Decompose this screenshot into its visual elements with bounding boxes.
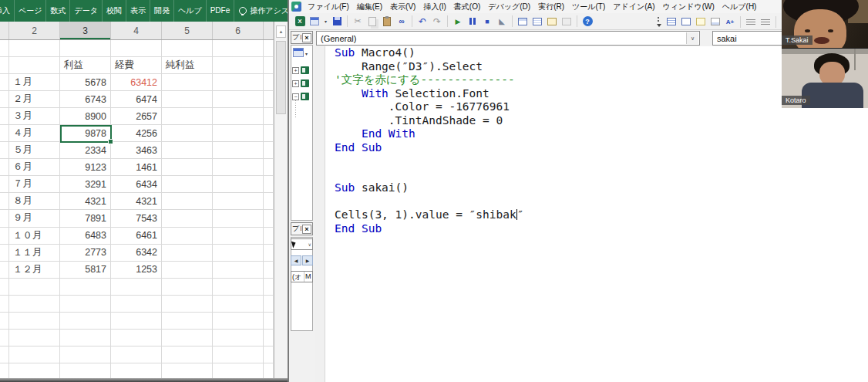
design-mode-icon[interactable]: ◣: [496, 15, 508, 28]
cell[interactable]: [162, 262, 213, 279]
ribbon-tab[interactable]: PDFe: [207, 0, 235, 22]
cell[interactable]: [9, 330, 60, 347]
cell[interactable]: 4321: [111, 193, 162, 210]
cell[interactable]: [162, 91, 213, 108]
cell[interactable]: 7891: [60, 210, 111, 227]
ribbon-tab[interactable]: 校閲: [103, 0, 126, 22]
cell[interactable]: [9, 279, 60, 296]
cell[interactable]: 6743: [60, 91, 111, 108]
cell[interactable]: [0, 296, 9, 313]
properties-object-dropdown[interactable]: ∨: [291, 238, 313, 250]
cell[interactable]: [213, 57, 264, 74]
code-line[interactable]: Sub sakai(): [325, 181, 868, 195]
cell[interactable]: [60, 330, 111, 347]
cell[interactable]: ４月: [9, 125, 60, 142]
outdent-icon[interactable]: [761, 18, 770, 25]
cell[interactable]: 6461: [111, 228, 162, 245]
cell[interactable]: [264, 74, 274, 91]
insert-dropdown-icon[interactable]: ▾: [323, 15, 328, 28]
code-margin-bar[interactable]: [315, 46, 325, 382]
cell[interactable]: [213, 228, 264, 245]
reset-icon[interactable]: ■: [481, 15, 493, 28]
scroll-right-icon[interactable]: ▶: [302, 255, 313, 265]
complete-word-icon[interactable]: A+: [724, 15, 736, 28]
cell[interactable]: [264, 125, 274, 142]
cell[interactable]: 6434: [111, 176, 162, 193]
cell[interactable]: [264, 40, 274, 57]
cell[interactable]: [162, 40, 213, 57]
ribbon-tab[interactable]: 表示: [126, 0, 150, 22]
cell[interactable]: [111, 313, 162, 330]
close-icon[interactable]: ×: [302, 33, 311, 42]
cell[interactable]: [0, 142, 9, 159]
cell[interactable]: [0, 159, 9, 176]
cell[interactable]: [0, 262, 9, 279]
scroll-left-icon[interactable]: ◀: [291, 255, 301, 265]
cell[interactable]: [264, 108, 274, 125]
cell[interactable]: [264, 193, 274, 210]
tree-node[interactable]: +: [292, 79, 309, 87]
cell[interactable]: ５月: [9, 142, 60, 159]
cell[interactable]: ６月: [9, 159, 60, 176]
cell[interactable]: [213, 91, 264, 108]
ribbon-tab[interactable]: 開発: [150, 0, 174, 22]
cell[interactable]: [0, 74, 9, 91]
cell[interactable]: [213, 347, 264, 363]
cell[interactable]: [162, 125, 213, 142]
cell[interactable]: [213, 262, 264, 279]
cell[interactable]: [213, 296, 264, 313]
cell[interactable]: [213, 245, 264, 262]
code-line[interactable]: End With: [325, 127, 868, 141]
webcam-video-kotaro[interactable]: Kotaro: [782, 48, 868, 108]
menu-item[interactable]: デバッグ(D): [484, 2, 534, 12]
menu-item[interactable]: ヘルプ(H): [718, 2, 761, 12]
code-line[interactable]: .TintAndShade = 0: [325, 114, 868, 128]
column-header[interactable]: 4: [111, 22, 162, 39]
cell[interactable]: [264, 176, 274, 193]
tree-node[interactable]: +: [292, 66, 309, 74]
menu-item[interactable]: 書式(O): [450, 2, 484, 12]
cell[interactable]: [162, 176, 213, 193]
cell[interactable]: [111, 40, 162, 57]
cell[interactable]: 63412: [111, 74, 162, 91]
selected-cell-outline[interactable]: [60, 125, 112, 143]
cell[interactable]: 7543: [111, 210, 162, 227]
cell[interactable]: [162, 193, 213, 210]
scrollbar-thumb[interactable]: [276, 41, 286, 114]
cell[interactable]: [213, 159, 264, 176]
project-toolbar-caret-icon[interactable]: ▾: [305, 51, 308, 56]
toolbox-icon[interactable]: [562, 18, 571, 25]
cell[interactable]: 8900: [60, 108, 111, 125]
cell[interactable]: ２月: [9, 91, 60, 108]
cell[interactable]: [213, 125, 264, 142]
code-line[interactable]: End Sub: [325, 141, 868, 155]
cell[interactable]: [0, 210, 9, 227]
cell[interactable]: [264, 347, 274, 363]
ribbon-tab[interactable]: ページ: [15, 0, 46, 22]
cell[interactable]: ８月: [9, 193, 60, 210]
column-header[interactable]: 5: [162, 22, 213, 39]
code-line[interactable]: [325, 154, 868, 168]
cell[interactable]: [60, 347, 111, 363]
cell[interactable]: [0, 57, 9, 74]
cell[interactable]: 6483: [60, 228, 111, 245]
cell[interactable]: [0, 108, 9, 125]
cell[interactable]: ３月: [9, 108, 60, 125]
break-icon[interactable]: [469, 18, 476, 25]
cell[interactable]: ７月: [9, 176, 60, 193]
cell[interactable]: [0, 228, 9, 245]
cell[interactable]: ９月: [9, 210, 60, 227]
cell[interactable]: 2657: [111, 108, 162, 125]
cell[interactable]: 3291: [60, 176, 111, 193]
cell[interactable]: [60, 313, 111, 330]
cell[interactable]: [162, 279, 213, 296]
cell[interactable]: 2773: [60, 245, 111, 262]
excel-vertical-scrollbar[interactable]: ▲: [274, 22, 288, 382]
close-icon[interactable]: ×: [302, 225, 311, 234]
find-icon[interactable]: ∞: [395, 15, 408, 28]
cell[interactable]: [0, 347, 9, 363]
menu-item[interactable]: アドイン(A): [609, 2, 658, 12]
cell[interactable]: [111, 279, 162, 296]
webcam-video-tsakai[interactable]: T.Sakai: [782, 0, 868, 48]
cell[interactable]: [264, 279, 274, 296]
